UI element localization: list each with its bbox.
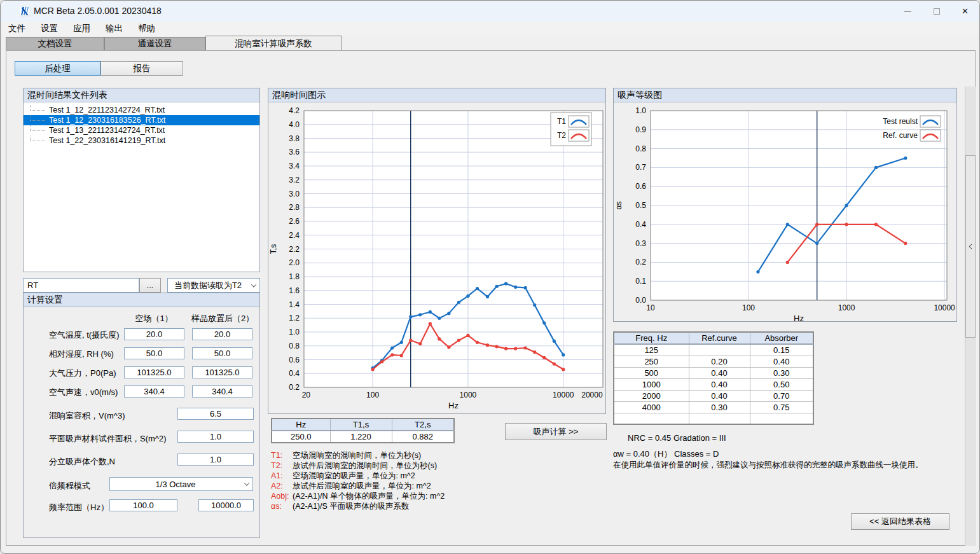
list-item[interactable]: Test 1_12_221123142724_RT.txt (24, 105, 259, 115)
minimize-icon (904, 11, 911, 11)
list-item-selected[interactable]: Test 1_12_230316183526_RT.txt (24, 115, 259, 125)
svg-text:T2: T2 (557, 131, 566, 140)
svg-text:1000: 1000 (838, 303, 855, 312)
svg-text:2.4: 2.4 (289, 231, 300, 240)
svg-text:Test reulst: Test reulst (883, 117, 918, 126)
svg-text:3.0: 3.0 (289, 190, 300, 198)
tree-branch-icon (30, 135, 45, 141)
calc-settings-title: 计算设置 (24, 293, 259, 307)
tab-document-settings[interactable]: 文档设置 (6, 37, 104, 50)
rt-chart-panel: 混响时间图示 0.20.40.60.81.01.21.41.61.82.02.2… (268, 88, 606, 414)
menu-file[interactable]: 文件 (1, 22, 33, 36)
note-aobj: Aobj:(A2-A1)/N 单个物体的吸声量，单位为: m^2 (271, 492, 445, 502)
maximize-button[interactable] (922, 1, 951, 22)
alpha-w-result: αw = 0.40（H） Classes = D (613, 448, 719, 460)
note-a2: A2:放试件后混响室的吸声量，单位为: m^2 (271, 481, 431, 492)
rt-table-header-t1: T1,s (330, 419, 392, 431)
data-read-as-combo[interactable]: 当前数据读取为T2 (167, 278, 260, 293)
browse-button[interactable]: ... (139, 278, 161, 293)
nrc-result: NRC = 0.45 Gradation = III (628, 433, 726, 443)
tree-branch-icon (30, 105, 45, 111)
sample-area-label: 平面吸声材料试件面积，S(m^2) (49, 433, 167, 445)
air-temp-label: 空气温度, t(摄氏度) (49, 329, 120, 341)
rt-files-list: Test 1_12_221123142724_RT.txt Test 1_12_… (24, 102, 259, 272)
absorption-grade-title: 吸声等级图 (614, 88, 956, 102)
menu-settings[interactable]: 设置 (33, 22, 66, 36)
note-alpha-s: αs:(A2-A1)/S 平面吸声体的吸声系数 (271, 502, 409, 512)
svg-text:0.0: 0.0 (635, 296, 646, 305)
sound-speed-1-field[interactable] (124, 385, 184, 398)
menu-apply[interactable]: 应用 (66, 22, 98, 36)
air-temp-1-field[interactable] (124, 328, 184, 340)
menu-help[interactable]: 帮助 (130, 22, 163, 36)
list-item[interactable]: Test 1_22_230316141219_RT.txt (24, 135, 259, 146)
subtab-postprocess[interactable]: 后处理 (15, 61, 100, 76)
calc-settings-panel: 计算设置 空场（1） 样品放置后（2） 空气温度, t(摄氏度) 相对湿度, R… (23, 293, 260, 538)
freq-min-field[interactable] (109, 499, 177, 511)
titlebar: MCR Beta 2.05.0.001 20230418 ✕ (1, 1, 979, 22)
rt-chart-title: 混响时间图示 (268, 88, 605, 102)
svg-text:0.3: 0.3 (635, 239, 646, 248)
svg-text:3.2: 3.2 (289, 176, 300, 184)
collapse-panel-button[interactable] (965, 155, 976, 338)
freq-range-label: 频率范围（Hz） (49, 502, 109, 513)
absorber-count-field[interactable] (177, 454, 254, 466)
air-temp-2-field[interactable] (192, 328, 252, 340)
absorption-table: Freq. Hz Ref.curve Absorber 1250.15 2500… (613, 331, 814, 425)
sound-speed-2-field[interactable] (192, 385, 252, 398)
rt-table-header-hz: Hz (272, 419, 330, 431)
return-results-button[interactable]: << 返回结果表格 (851, 513, 949, 530)
table-row: 10000.400.50 (614, 379, 813, 391)
pressure-label: 大气压力，P0(Pa) (49, 368, 116, 379)
close-button[interactable]: ✕ (951, 1, 979, 22)
pressure-1-field[interactable] (124, 366, 184, 378)
tab-channel-settings[interactable]: 通道设置 (104, 37, 205, 50)
svg-text:0.7: 0.7 (635, 163, 646, 172)
svg-text:1.6: 1.6 (289, 286, 300, 295)
room-volume-label: 混响室容积，V(m^3) (49, 410, 125, 422)
svg-text:1.0: 1.0 (289, 328, 300, 336)
rt-name-input[interactable] (23, 278, 139, 293)
note-t2: T2:放试件后混响室的混响时间，单位为秒(s) (271, 461, 437, 471)
svg-text:1.4: 1.4 (289, 300, 300, 309)
svg-text:100: 100 (366, 391, 379, 399)
svg-text:0.6: 0.6 (289, 356, 300, 364)
svg-text:4.0: 4.0 (289, 120, 300, 129)
advice-text: 在使用此单值评价量的时候，强烈建议与按照标准获得的完整的吸声系数曲线一块使用。 (613, 460, 923, 471)
list-item[interactable]: Test 1_13_221123142724_RT.txt (24, 125, 259, 135)
freq-max-field[interactable] (198, 499, 254, 511)
minimize-button[interactable] (894, 1, 922, 22)
sample-area-field[interactable] (177, 431, 254, 443)
window-title: MCR Beta 2.05.0.001 20230418 (34, 6, 162, 16)
svg-text:10: 10 (646, 303, 655, 312)
pressure-2-field[interactable] (192, 366, 252, 378)
svg-text:0.2: 0.2 (289, 383, 300, 392)
humidity-label: 相对湿度, RH (%) (49, 349, 114, 360)
octave-mode-combo[interactable]: 1/3 Octave (109, 477, 253, 491)
rt-chart-svg: 0.20.40.60.81.01.21.41.61.82.02.22.42.62… (268, 102, 605, 413)
menu-output[interactable]: 输出 (98, 22, 130, 36)
absorption-grade-chart: 0.00.10.20.30.40.50.60.70.80.91.01010010… (614, 102, 956, 324)
svg-text:100: 100 (742, 303, 755, 312)
table-row: 20000.400.70 (614, 391, 813, 402)
table-row (614, 413, 813, 424)
absorption-calc-button[interactable]: 吸声计算 >> (505, 423, 607, 440)
subtab-report[interactable]: 报告 (100, 61, 183, 76)
tree-branch-icon (30, 115, 45, 121)
col-header-empty-room: 空场（1） (123, 313, 184, 324)
svg-text:3.6: 3.6 (289, 148, 300, 156)
room-volume-field[interactable] (177, 408, 254, 420)
svg-text:0.2: 0.2 (635, 258, 646, 267)
humidity-2-field[interactable] (192, 347, 252, 359)
chevron-down-icon (248, 279, 259, 291)
svg-text:3.8: 3.8 (289, 134, 300, 143)
rt-chart: 0.20.40.60.81.01.21.41.61.82.02.22.42.62… (268, 102, 605, 416)
col-header-with-sample: 样品放置后（2） (186, 313, 259, 324)
octave-mode-label: 倍频程模式 (49, 480, 90, 492)
svg-text:0.6: 0.6 (635, 182, 646, 191)
humidity-1-field[interactable] (124, 347, 184, 359)
svg-text:0.1: 0.1 (635, 277, 646, 286)
svg-text:20: 20 (302, 391, 311, 399)
tab-reverb-absorption[interactable]: 混响室计算吸声系数 (205, 36, 342, 50)
tree-branch-icon (30, 125, 45, 131)
